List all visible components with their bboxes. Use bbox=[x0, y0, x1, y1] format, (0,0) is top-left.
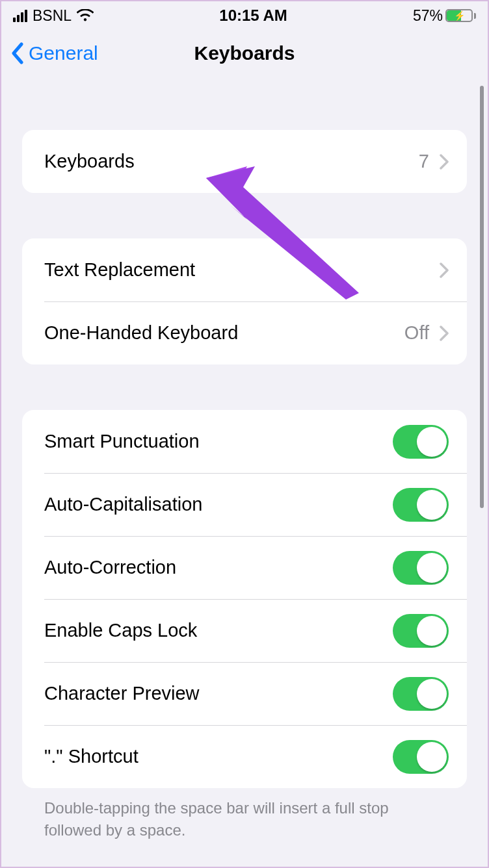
signal-strength-icon bbox=[13, 10, 27, 22]
settings-group-toggles: Smart Punctuation Auto-Capitalisation Au… bbox=[22, 410, 467, 788]
status-bar: BSNL 10:15 AM 57% ⚡ bbox=[1, 1, 488, 30]
back-button[interactable]: General bbox=[1, 42, 98, 64]
battery-percentage: 57% bbox=[413, 7, 443, 25]
smart-punctuation-row: Smart Punctuation bbox=[22, 410, 467, 473]
auto-correction-toggle[interactable] bbox=[393, 551, 449, 585]
scroll-indicator[interactable] bbox=[480, 86, 484, 508]
content-area: Keyboards 7 Text Replacement One-Handed … bbox=[1, 130, 488, 841]
chevron-right-icon bbox=[440, 326, 449, 341]
chevron-right-icon bbox=[440, 154, 449, 170]
carrier-label: BSNL bbox=[33, 7, 72, 25]
auto-correction-label: Auto-Correction bbox=[44, 557, 176, 578]
status-right: 57% ⚡ bbox=[413, 7, 476, 25]
smart-punctuation-toggle[interactable] bbox=[393, 425, 449, 459]
battery-icon: ⚡ bbox=[445, 9, 476, 22]
keyboards-row[interactable]: Keyboards 7 bbox=[22, 130, 467, 193]
one-handed-keyboard-row[interactable]: One-Handed Keyboard Off bbox=[22, 301, 467, 364]
period-shortcut-toggle[interactable] bbox=[393, 740, 449, 774]
keyboards-label: Keyboards bbox=[44, 151, 135, 172]
auto-capitalisation-row: Auto-Capitalisation bbox=[22, 473, 467, 536]
settings-group-keyboards: Keyboards 7 bbox=[22, 130, 467, 193]
footer-note: Double-tapping the space bar will insert… bbox=[22, 788, 467, 841]
one-handed-value: Off bbox=[404, 322, 429, 344]
text-replacement-row[interactable]: Text Replacement bbox=[22, 238, 467, 301]
settings-group-text: Text Replacement One-Handed Keyboard Off bbox=[22, 238, 467, 364]
one-handed-label: One-Handed Keyboard bbox=[44, 322, 238, 344]
navigation-bar: General Keyboards bbox=[1, 30, 488, 77]
auto-capitalisation-label: Auto-Capitalisation bbox=[44, 494, 202, 515]
character-preview-toggle[interactable] bbox=[393, 677, 449, 711]
back-label: General bbox=[29, 42, 98, 64]
auto-correction-row: Auto-Correction bbox=[22, 536, 467, 599]
auto-capitalisation-toggle[interactable] bbox=[393, 488, 449, 522]
period-shortcut-label: "." Shortcut bbox=[44, 746, 139, 767]
enable-caps-lock-label: Enable Caps Lock bbox=[44, 620, 197, 641]
enable-caps-lock-row: Enable Caps Lock bbox=[22, 599, 467, 662]
smart-punctuation-label: Smart Punctuation bbox=[44, 431, 200, 452]
status-left: BSNL bbox=[13, 7, 94, 25]
enable-caps-lock-toggle[interactable] bbox=[393, 614, 449, 648]
keyboards-count: 7 bbox=[419, 151, 429, 172]
character-preview-row: Character Preview bbox=[22, 662, 467, 725]
chevron-right-icon bbox=[440, 262, 449, 278]
page-title: Keyboards bbox=[194, 42, 295, 64]
chevron-left-icon bbox=[10, 42, 25, 64]
text-replacement-label: Text Replacement bbox=[44, 259, 195, 281]
character-preview-label: Character Preview bbox=[44, 683, 200, 704]
status-time: 10:15 AM bbox=[219, 6, 287, 25]
wifi-icon bbox=[77, 9, 94, 22]
period-shortcut-row: "." Shortcut bbox=[22, 725, 467, 788]
